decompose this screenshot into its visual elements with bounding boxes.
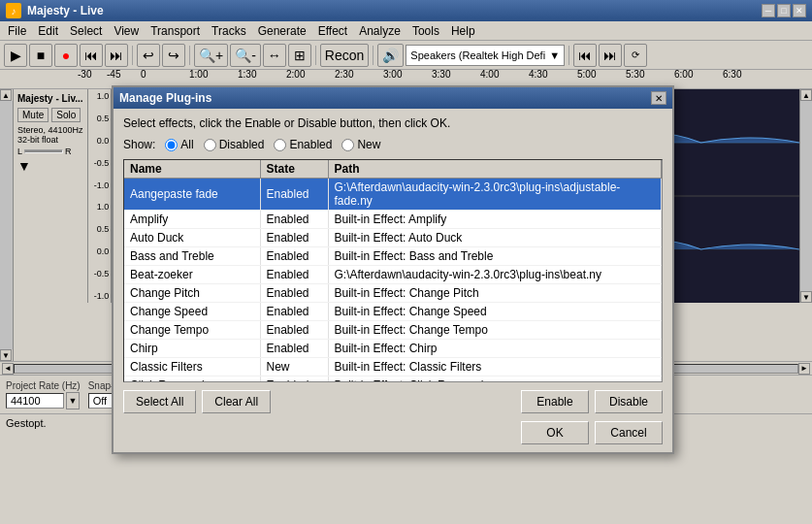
plugin-state: Enabled xyxy=(260,377,328,383)
plugin-state: Enabled xyxy=(260,284,328,303)
dialog-overlay: Manage Plug-ins ✕ Select effects, click … xyxy=(0,0,812,524)
plugin-path: Built-in Effect: Change Speed xyxy=(328,303,662,321)
dialog-title-bar: Manage Plug-ins ✕ xyxy=(114,87,672,109)
plugin-name: Bass and Treble xyxy=(124,247,260,266)
plugin-table-row[interactable]: Change Pitch Enabled Built-in Effect: Ch… xyxy=(124,284,662,303)
dialog-selection-buttons: Select All Clear All Enable Disable xyxy=(123,390,663,413)
filter-new[interactable]: New xyxy=(341,138,380,151)
plugin-path: Built-in Effect: Click Removal xyxy=(328,377,662,383)
show-filter-row: Show: All Disabled Enabled New xyxy=(123,138,663,151)
plugin-path: Built-in Effect: Change Tempo xyxy=(328,321,662,340)
dialog-title: Manage Plug-ins xyxy=(119,91,211,105)
filter-all[interactable]: All xyxy=(165,138,193,151)
plugin-path: Built-in Effect: Change Pitch xyxy=(328,284,662,303)
plugin-state: Enabled xyxy=(260,247,328,266)
plugin-table-row[interactable]: Classic Filters New Built-in Effect: Cla… xyxy=(124,358,662,377)
plugin-name: Aangepaste fade xyxy=(124,179,260,211)
plugin-name: Chirp xyxy=(124,340,260,358)
plugin-path: Built-in Effect: Auto Duck xyxy=(328,229,662,247)
plugin-state: Enabled xyxy=(260,229,328,247)
plugin-table-row[interactable]: Beat-zoeker Enabled G:\Afterdawn\audacit… xyxy=(124,266,662,284)
plugin-table-row[interactable]: Amplify Enabled Built-in Effect: Amplify xyxy=(124,211,662,229)
enable-button[interactable]: Enable xyxy=(521,390,589,413)
plugin-name: Change Speed xyxy=(124,303,260,321)
plugin-table-row[interactable]: Aangepaste fade Enabled G:\Afterdawn\aud… xyxy=(124,179,662,211)
dialog-close-button[interactable]: ✕ xyxy=(651,91,666,105)
plugin-table-row[interactable]: Change Tempo Enabled Built-in Effect: Ch… xyxy=(124,321,662,340)
plugin-table-row[interactable]: Click Removal Enabled Built-in Effect: C… xyxy=(124,377,662,383)
manage-plugins-dialog: Manage Plug-ins ✕ Select effects, click … xyxy=(112,85,674,454)
plugin-name: Classic Filters xyxy=(124,358,260,377)
filter-disabled[interactable]: Disabled xyxy=(204,138,265,151)
plugin-state: New xyxy=(260,358,328,377)
col-name[interactable]: Name xyxy=(124,160,260,179)
col-path[interactable]: Path xyxy=(328,160,662,179)
ok-button[interactable]: OK xyxy=(521,421,589,444)
plugin-table-row[interactable]: Chirp Enabled Built-in Effect: Chirp xyxy=(124,340,662,358)
plugin-state: Enabled xyxy=(260,266,328,284)
plugin-name: Auto Duck xyxy=(124,229,260,247)
plugin-path: G:\Afterdawn\audacity-win-2.3.0rc3\plug-… xyxy=(328,179,662,211)
show-label: Show: xyxy=(123,138,155,151)
plugin-name: Beat-zoeker xyxy=(124,266,260,284)
plugin-path: Built-in Effect: Amplify xyxy=(328,211,662,229)
plugin-path: Built-in Effect: Classic Filters xyxy=(328,358,662,377)
plugin-path: Built-in Effect: Bass and Treble xyxy=(328,247,662,266)
plugin-state: Enabled xyxy=(260,211,328,229)
dialog-action-buttons: OK Cancel xyxy=(123,421,663,444)
plugin-state: Enabled xyxy=(260,321,328,340)
plugin-name: Change Pitch xyxy=(124,284,260,303)
col-state[interactable]: State xyxy=(260,160,328,179)
plugin-list-container[interactable]: Name State Path Aangepaste fade Enabled … xyxy=(123,159,663,382)
clear-all-button[interactable]: Clear All xyxy=(202,390,271,413)
plugin-state: Enabled xyxy=(260,179,328,211)
plugin-name: Amplify xyxy=(124,211,260,229)
plugin-state: Enabled xyxy=(260,303,328,321)
dialog-body: Select effects, click the Enable or Disa… xyxy=(114,109,672,452)
filter-radio-group: All Disabled Enabled New xyxy=(165,138,380,151)
plugin-path: G:\Afterdawn\audacity-win-2.3.0rc3\plug-… xyxy=(328,266,662,284)
plugin-path: Built-in Effect: Chirp xyxy=(328,340,662,358)
plugin-table-row[interactable]: Bass and Treble Enabled Built-in Effect:… xyxy=(124,247,662,266)
dialog-instructions: Select effects, click the Enable or Disa… xyxy=(123,116,663,130)
disable-button[interactable]: Disable xyxy=(595,390,663,413)
cancel-button[interactable]: Cancel xyxy=(595,421,663,444)
filter-enabled[interactable]: Enabled xyxy=(274,138,332,151)
plugin-table-row[interactable]: Change Speed Enabled Built-in Effect: Ch… xyxy=(124,303,662,321)
select-all-button[interactable]: Select All xyxy=(123,390,196,413)
plugin-table: Name State Path Aangepaste fade Enabled … xyxy=(124,160,662,382)
plugin-state: Enabled xyxy=(260,340,328,358)
plugin-name: Click Removal xyxy=(124,377,260,383)
plugin-table-row[interactable]: Auto Duck Enabled Built-in Effect: Auto … xyxy=(124,229,662,247)
plugin-name: Change Tempo xyxy=(124,321,260,340)
